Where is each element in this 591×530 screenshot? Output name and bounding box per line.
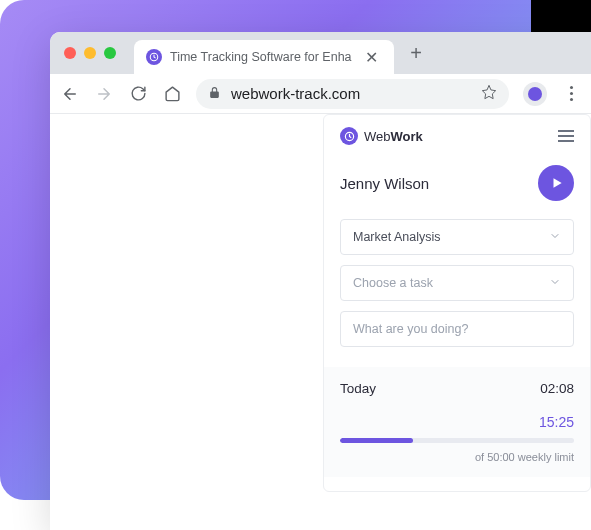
widget-form: Market Analysis Choose a task [324,219,590,347]
project-select[interactable]: Market Analysis [340,219,574,255]
week-time: 15:25 [340,414,574,430]
close-tab-icon[interactable]: ✕ [361,48,382,67]
task-select[interactable]: Choose a task [340,265,574,301]
browser-menu-button[interactable] [561,84,581,104]
new-tab-button[interactable]: + [402,39,430,67]
browser-tab-bar: Time Tracking Software for Enha ✕ + [50,32,591,74]
close-window-icon[interactable] [64,47,76,59]
reload-button[interactable] [128,84,148,104]
forward-button[interactable] [94,84,114,104]
project-select-value: Market Analysis [353,230,441,244]
bookmark-icon[interactable] [481,84,497,104]
logo-text: WebWork [364,129,423,144]
task-select-placeholder: Choose a task [353,276,433,290]
widget-menu-button[interactable] [558,130,574,142]
activity-input[interactable] [340,311,574,347]
url-field[interactable]: webwork-track.com [196,79,509,109]
favicon-icon [146,49,162,65]
today-label: Today [340,381,376,396]
profile-button[interactable] [523,82,547,106]
widget-logo: WebWork [340,127,423,145]
tracker-widget: WebWork Jenny Wilson Market Analysis [323,114,591,492]
logo-icon [340,127,358,145]
weekly-progress: 15:25 of 50:00 weekly limit [340,414,574,463]
chevron-down-icon [549,228,561,246]
widget-user-row: Jenny Wilson [324,155,590,219]
user-name: Jenny Wilson [340,175,429,192]
browser-window: Time Tracking Software for Enha ✕ + webw… [50,32,591,530]
home-button[interactable] [162,84,182,104]
start-timer-button[interactable] [538,165,574,201]
chevron-down-icon [549,274,561,292]
page-content: WebWork Jenny Wilson Market Analysis [50,114,591,530]
browser-tab[interactable]: Time Tracking Software for Enha ✕ [134,40,394,74]
lock-icon [208,85,221,103]
minimize-window-icon[interactable] [84,47,96,59]
weekly-limit-label: of 50:00 weekly limit [340,451,574,463]
today-row: Today 02:08 [340,381,574,396]
widget-stats: Today 02:08 15:25 of 50:00 weekly limit [324,367,590,477]
tab-title: Time Tracking Software for Enha [170,50,353,64]
back-button[interactable] [60,84,80,104]
window-controls [64,47,116,59]
widget-header: WebWork [324,127,590,155]
today-time: 02:08 [540,381,574,396]
maximize-window-icon[interactable] [104,47,116,59]
url-text: webwork-track.com [231,85,471,102]
progress-fill [340,438,413,443]
browser-address-bar: webwork-track.com [50,74,591,114]
profile-avatar-icon [528,87,542,101]
progress-bar [340,438,574,443]
